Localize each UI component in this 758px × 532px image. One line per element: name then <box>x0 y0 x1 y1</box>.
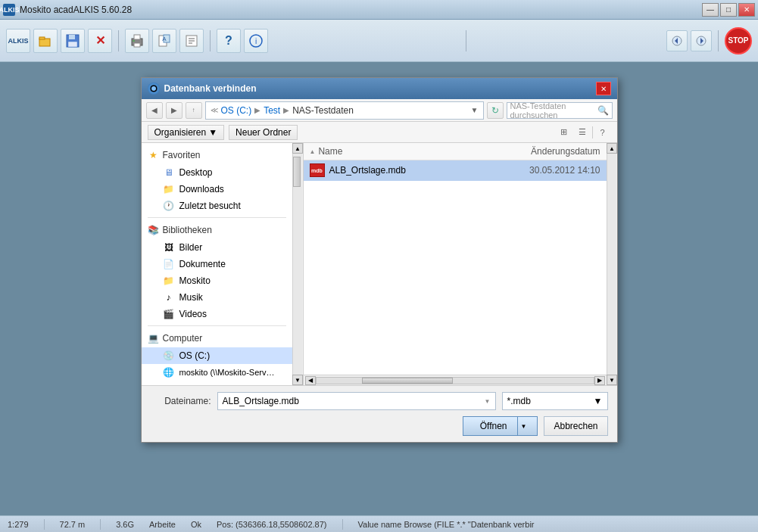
dialog-refresh-button[interactable]: ↻ <box>487 102 504 119</box>
sidebar-favorites-label: Favoriten <box>163 150 201 160</box>
title-bar-controls: — □ ✕ <box>702 3 755 17</box>
sidebar-item-dokumente[interactable]: 📄 Dokumente <box>142 256 292 272</box>
dialog-close-button[interactable]: ✕ <box>596 82 611 95</box>
sidebar-item-desktop[interactable]: 🖥 Desktop <box>142 164 292 181</box>
desktop-icon: 🖥 <box>163 166 175 179</box>
close-button[interactable]: ✕ <box>738 3 755 17</box>
edit-toolbar-btn[interactable] <box>179 29 204 53</box>
toolbar-sep-2 <box>210 30 211 51</box>
filename-label: Dateiname: <box>151 396 211 406</box>
filename-dropdown-icon[interactable]: ▼ <box>485 398 491 405</box>
file-item-name: ALB_Ortslage.mdb <box>329 165 502 176</box>
star-icon: ★ <box>148 149 160 161</box>
toolbar-sep-3 <box>718 30 719 51</box>
filename-input[interactable]: ALB_Ortslage.mdb ▼ <box>217 392 496 410</box>
file-list-header: ▲ Name Änderungsdatum <box>304 143 607 160</box>
sidebar-item-downloads[interactable]: 📁 Downloads <box>142 181 292 198</box>
h-scroll-track[interactable] <box>316 377 594 384</box>
sidebar-item-moskito[interactable]: 📁 Moskito <box>142 272 292 289</box>
dialog-back-button[interactable]: ◀ <box>146 102 163 119</box>
save-toolbar-btn[interactable] <box>61 29 85 53</box>
sidebar-scroll-track[interactable] <box>293 154 302 375</box>
sidebar-libraries-header[interactable]: 📚 Bibliotheken <box>142 221 292 239</box>
mdb-icon-shape: mdb <box>310 163 325 177</box>
dokumente-icon: 📄 <box>163 258 175 270</box>
export-toolbar-btn[interactable]: A <box>152 29 176 53</box>
sidebar-item-musik[interactable]: ♪ Musik <box>142 289 292 306</box>
col-name-header[interactable]: Name <box>318 146 501 157</box>
view-list-btn[interactable]: ☰ <box>574 124 591 141</box>
open-toolbar-btn[interactable] <box>33 29 58 53</box>
computer-icon: 💻 <box>148 332 160 344</box>
status-size: 3.6G <box>116 520 134 529</box>
svg-rect-1 <box>39 37 45 39</box>
h-scroll-thumb <box>362 378 453 384</box>
status-sep-3 <box>342 519 343 530</box>
file-dialog: Datenbank verbinden ✕ ◀ ▶ ↑ ≪ OS (C:) ▶ … <box>141 77 618 443</box>
file-item-alb[interactable]: mdb ALB_Ortslage.mdb 30.05.2012 14:10 <box>304 160 607 181</box>
breadcrumb-test[interactable]: Test <box>264 105 280 116</box>
dialog-buttons: Öffnen ▼ Abbrechen <box>151 416 608 436</box>
sidebar-scroll-up[interactable]: ▲ <box>292 143 303 154</box>
organize-label: Organisieren <box>154 127 207 138</box>
breadcrumb-bar: ≪ OS (C:) ▶ Test ▶ NAS-Testdaten ▼ <box>205 101 484 120</box>
view-grid-btn[interactable]: ⊞ <box>556 124 572 141</box>
sidebar-favorites-header[interactable]: ★ Favoriten <box>142 146 292 164</box>
h-scroll-right[interactable]: ▶ <box>594 376 605 385</box>
file-scrollbar[interactable]: ▲ ▼ <box>607 143 617 385</box>
breadcrumb-dropdown[interactable]: ▼ <box>471 106 479 114</box>
delete-toolbar-btn[interactable]: ✕ <box>88 29 112 53</box>
nav-forward-btn[interactable] <box>691 30 712 51</box>
sidebar-item-downloads-label: Downloads <box>179 184 224 194</box>
file-scroll-track <box>607 154 616 375</box>
open-button-arrow[interactable]: ▼ <box>517 417 530 435</box>
sidebar-scrollbar[interactable]: ▲ ▼ <box>293 143 304 385</box>
search-placeholder: NAS-Testdaten durchsuchen <box>510 101 594 120</box>
filetype-dropdown-icon[interactable]: ▼ <box>594 396 603 406</box>
breadcrumb-sep-start: ≪ <box>211 106 218 114</box>
breadcrumb-drive[interactable]: OS (C:) <box>221 105 252 116</box>
file-scroll-up[interactable]: ▲ <box>607 143 617 154</box>
svg-rect-3 <box>69 35 75 39</box>
sidebar-computer-header[interactable]: 💻 Computer <box>142 329 292 347</box>
filetype-select[interactable]: *.mdb ▼ <box>502 392 608 410</box>
alkis-toolbar-btn[interactable]: ALKIS <box>6 29 30 53</box>
open-button[interactable]: Öffnen ▼ <box>463 416 538 436</box>
sidebar-item-desktop-label: Desktop <box>179 167 213 178</box>
help-toolbar-btn[interactable]: ? <box>217 29 241 53</box>
nav-back-btn[interactable] <box>666 30 688 51</box>
filetype-value: *.mdb <box>507 396 531 406</box>
file-h-scrollbar[interactable]: ◀ ▶ <box>304 375 607 385</box>
sidebar-item-bilder[interactable]: 🖼 Bilder <box>142 239 292 256</box>
sidebar-item-os-drive[interactable]: 💿 OS (C:) <box>142 347 292 364</box>
print-toolbar-btn[interactable] <box>125 29 149 53</box>
dialog-title-bar: Datenbank verbinden ✕ <box>142 78 617 99</box>
sidebar-item-network[interactable]: 🌐 moskito (\\Moskito-Server) (M: <box>142 364 292 381</box>
sidebar-item-recent[interactable]: 🕐 Zuletzt besucht <box>142 198 292 214</box>
sidebar-scroll-down[interactable]: ▼ <box>292 375 303 385</box>
info-toolbar-btn[interactable]: i <box>244 29 268 53</box>
videos-icon: 🎬 <box>163 308 175 320</box>
file-scroll-down[interactable]: ▼ <box>607 375 617 385</box>
col-date-header[interactable]: Änderungsdatum <box>502 146 600 157</box>
dialog-nav-bar: ◀ ▶ ↑ ≪ OS (C:) ▶ Test ▶ NAS-Testdaten ▼… <box>142 99 617 122</box>
sidebar-item-videos[interactable]: 🎬 Videos <box>142 306 292 322</box>
dialog-forward-button[interactable]: ▶ <box>166 102 182 119</box>
view-help-btn[interactable]: ? <box>594 124 611 141</box>
search-icon[interactable]: 🔍 <box>597 105 609 116</box>
dialog-up-button[interactable]: ↑ <box>186 102 202 119</box>
network-icon: 🌐 <box>163 366 175 378</box>
status-distance: 72.7 m <box>60 520 86 529</box>
stop-button[interactable]: STOP <box>725 27 752 54</box>
search-bar: NAS-Testdaten durchsuchen 🔍 <box>507 102 613 119</box>
new-folder-button[interactable]: Neuer Ordner <box>229 125 298 140</box>
svg-rect-4 <box>68 42 77 47</box>
cancel-button[interactable]: Abbrechen <box>544 416 607 436</box>
sidebar-sep-2 <box>148 325 286 326</box>
minimize-button[interactable]: — <box>702 3 719 17</box>
maximize-button[interactable]: □ <box>720 3 737 17</box>
sidebar-computer-label: Computer <box>163 333 203 344</box>
organize-button[interactable]: Organisieren ▼ <box>148 125 225 140</box>
h-scroll-left[interactable]: ◀ <box>305 376 316 385</box>
toolbar-right: STOP <box>666 27 752 54</box>
